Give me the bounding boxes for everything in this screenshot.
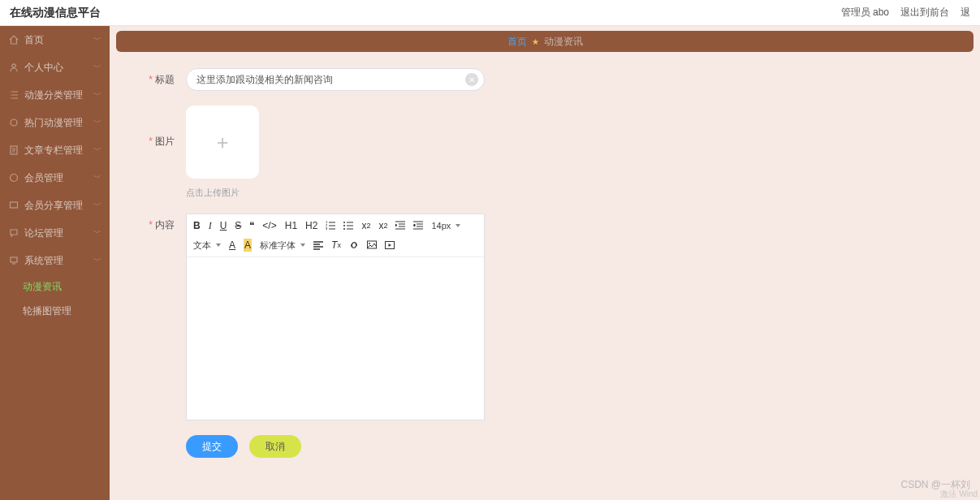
sidebar-item-label: 首页 <box>24 33 44 47</box>
image-uploader[interactable]: ＋ <box>186 106 259 179</box>
sidebar-sub-1[interactable]: 轮播图管理 <box>0 299 110 323</box>
list-icon <box>8 89 19 101</box>
sidebar-item-4[interactable]: 文章专栏管理﹀ <box>0 136 110 164</box>
svg-text:3: 3 <box>326 226 328 231</box>
svg-rect-5 <box>11 257 17 262</box>
upload-tip: 点击上传图片 <box>186 187 259 199</box>
header: 在线动漫信息平台 管理员 abo 退出到前台 退 <box>0 0 980 26</box>
h2-button[interactable]: H2 <box>305 219 317 232</box>
link-icon[interactable] <box>349 239 359 252</box>
chevron-down-icon: ﹀ <box>93 200 101 211</box>
doc-icon <box>8 144 19 156</box>
chevron-down-icon: ﹀ <box>93 34 101 45</box>
chevron-down-icon: ﹀ <box>93 144 101 156</box>
content-label: 内容 <box>139 213 175 232</box>
quote-icon[interactable]: ❝ <box>249 219 254 232</box>
chevron-down-icon: ﹀ <box>93 62 101 73</box>
sidebar-item-7[interactable]: 论坛管理﹀ <box>0 219 110 247</box>
fontfamily-select[interactable]: 标准字体 <box>260 239 305 252</box>
plus-icon: ＋ <box>213 129 232 155</box>
submit-button[interactable]: 提交 <box>186 435 238 458</box>
star-icon: ★ <box>532 37 539 46</box>
home-icon <box>8 34 19 45</box>
bgcolor-icon[interactable]: A <box>244 239 252 252</box>
sidebar: 首页﹀个人中心﹀动漫分类管理﹀热门动漫管理﹀文章专栏管理﹀会员管理﹀会员分享管理… <box>0 26 110 500</box>
bold-icon[interactable]: B <box>193 219 201 232</box>
subscript-icon[interactable]: x2 <box>361 219 370 232</box>
sidebar-item-label: 热门动漫管理 <box>24 116 83 130</box>
sidebar-item-5[interactable]: 会员管理﹀ <box>0 164 110 192</box>
svg-point-11 <box>343 228 345 230</box>
texttype-select[interactable]: 文本 <box>193 239 221 252</box>
svg-point-0 <box>12 64 15 67</box>
svg-point-1 <box>11 119 17 126</box>
svg-point-3 <box>11 175 18 182</box>
sidebar-sub-0[interactable]: 动漫资讯 <box>0 274 110 299</box>
code-icon[interactable]: </> <box>262 219 276 232</box>
chevron-down-icon: ﹀ <box>93 89 101 101</box>
app-title: 在线动漫信息平台 <box>10 6 841 20</box>
sidebar-item-label: 系统管理 <box>24 254 63 268</box>
fire-icon <box>8 117 19 128</box>
breadcrumb-current: 动漫资讯 <box>544 35 583 49</box>
outdent-icon[interactable] <box>395 219 405 232</box>
strike-icon[interactable]: S <box>235 219 241 232</box>
sidebar-item-label: 会员分享管理 <box>24 199 83 213</box>
superscript-icon[interactable]: x2 <box>378 219 387 232</box>
indent-icon[interactable] <box>413 219 423 232</box>
svg-point-9 <box>343 222 345 223</box>
image-icon[interactable] <box>367 239 377 252</box>
ol-icon[interactable]: 123 <box>326 219 335 232</box>
svg-point-13 <box>369 243 370 244</box>
sidebar-item-label: 动漫分类管理 <box>24 88 83 102</box>
sidebar-item-2[interactable]: 动漫分类管理﹀ <box>0 81 110 109</box>
title-input[interactable] <box>186 68 485 91</box>
share-icon <box>8 200 19 211</box>
user-icon <box>8 62 19 73</box>
image-label: 图片 <box>139 106 175 149</box>
breadcrumb-home[interactable]: 首页 <box>507 35 527 49</box>
textcolor-icon[interactable]: A <box>229 239 235 252</box>
main: 首页 ★ 动漫资讯 标题 ✕ 图片 ＋ <box>110 26 980 500</box>
h1-button[interactable]: H1 <box>285 219 297 232</box>
forum-icon <box>8 227 19 239</box>
sidebar-item-label: 文章专栏管理 <box>24 144 83 157</box>
editor-body[interactable] <box>187 257 484 420</box>
cancel-button[interactable]: 取消 <box>249 435 301 458</box>
logout-link[interactable]: 退 <box>961 6 970 19</box>
svg-rect-4 <box>11 202 18 208</box>
header-right: 管理员 abo 退出到前台 退 <box>841 6 970 19</box>
ul-icon[interactable] <box>343 219 353 232</box>
system-icon <box>8 255 19 266</box>
sidebar-item-label: 会员管理 <box>24 171 63 185</box>
sidebar-item-6[interactable]: 会员分享管理﹀ <box>0 192 110 219</box>
title-label: 标题 <box>139 68 175 87</box>
sidebar-item-label: 论坛管理 <box>24 226 63 240</box>
sidebar-item-3[interactable]: 热门动漫管理﹀ <box>0 109 110 136</box>
chevron-down-icon: ﹀ <box>93 255 101 266</box>
exit-link[interactable]: 退出到前台 <box>900 6 949 19</box>
italic-icon[interactable]: I <box>209 219 212 232</box>
user-label[interactable]: 管理员 abo <box>841 6 889 19</box>
underline-icon[interactable]: U <box>220 219 227 232</box>
rich-editor: B I U S ❝ </> H1 H2 123 x2 x2 <box>186 213 485 420</box>
breadcrumb: 首页 ★ 动漫资讯 <box>116 31 974 52</box>
align-icon[interactable] <box>313 239 323 252</box>
editor-toolbar: B I U S ❝ </> H1 H2 123 x2 x2 <box>187 214 484 257</box>
chevron-down-icon: ﹀ <box>93 172 101 183</box>
clearformat-icon[interactable]: Tx <box>331 239 341 252</box>
video-icon[interactable] <box>385 239 395 252</box>
member-icon <box>8 172 19 183</box>
chevron-down-icon: ﹀ <box>93 117 101 128</box>
sidebar-item-0[interactable]: 首页﹀ <box>0 26 110 54</box>
fontsize-select[interactable]: 14px <box>431 221 460 231</box>
clear-icon[interactable]: ✕ <box>465 73 478 86</box>
sidebar-item-1[interactable]: 个人中心﹀ <box>0 54 110 81</box>
sidebar-item-8[interactable]: 系统管理﹀ <box>0 247 110 274</box>
chevron-down-icon: ﹀ <box>93 227 101 239</box>
svg-point-10 <box>343 225 345 226</box>
sidebar-item-label: 个人中心 <box>24 61 63 75</box>
